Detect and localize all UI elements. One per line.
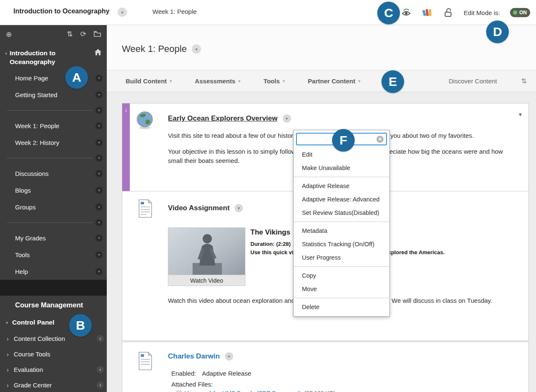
annotation-badge-c: C — [377, 2, 400, 24]
sidebar-course-name: Introduction to Oceanography — [10, 49, 80, 66]
refresh-menu-icon[interactable]: ⟳ — [80, 31, 86, 38]
menu-item-user-progress[interactable]: User Progress — [294, 251, 389, 264]
sidebar-item-grade-center[interactable]: › Grade Center › — [0, 377, 107, 392]
open-section-arrow-icon[interactable]: › — [97, 335, 104, 342]
sidebar-item-week1-people[interactable]: Week 1: People ▾ — [0, 117, 107, 134]
clear-search-icon[interactable]: ✕ — [376, 136, 384, 143]
menu-divider: ▾ — [0, 103, 107, 117]
divider-options-chevron-icon[interactable]: ▾ — [95, 155, 103, 162]
item-title-link[interactable]: Charles Darwin — [168, 352, 220, 361]
sidebar-item-discussions[interactable]: Discussions ▾ — [0, 165, 107, 182]
sidebar-item-my-grades[interactable]: My Grades ▾ — [0, 230, 107, 246]
sidebar-item-tools[interactable]: Tools ▾ — [0, 246, 107, 263]
content-item-charles-darwin: Charles Darwin ▾ Enabled:Adaptive Releas… — [122, 342, 528, 392]
chevron-down-icon: ▾ — [238, 79, 240, 83]
divider-options-chevron-icon[interactable]: ▾ — [95, 107, 103, 114]
menu-item-statistics-tracking[interactable]: Statistics Tracking (On/Off) — [294, 237, 389, 251]
cm-item-label: Course Tools — [14, 351, 50, 358]
menu-view-icon[interactable] — [94, 31, 101, 38]
sidebar-item-label: Discussions — [15, 170, 49, 177]
sidebar-item-home-page[interactable]: Home Page ▾ — [0, 70, 107, 86]
tools-button[interactable]: Tools ▾ — [263, 77, 285, 85]
sidebar-item-blogs[interactable]: Blogs ▾ — [0, 182, 107, 199]
enabled-value: Adaptive Release — [202, 370, 251, 377]
menu-item-copy[interactable]: Copy — [294, 269, 389, 282]
cm-item-label: Content Collection — [14, 335, 65, 342]
attachment-link[interactable]: Voyage of the HMS Beagle (PDF Document) — [185, 390, 301, 392]
divider-options-chevron-icon[interactable]: ▾ — [95, 219, 103, 226]
collapse-item-chevron-icon[interactable]: ▾ — [519, 111, 522, 118]
menu-item-set-review-status[interactable]: Set Review Status(Disabled) — [294, 206, 389, 219]
video-thumbnail[interactable]: Watch Video — [168, 227, 245, 286]
item-options-chevron-icon[interactable]: ▾ — [95, 251, 103, 258]
chevron-down-icon: ▾ — [170, 79, 172, 83]
item-options-chevron-icon[interactable]: ▾ — [95, 170, 103, 177]
item-options-chevron-icon[interactable]: ▾ — [95, 91, 103, 98]
add-menu-item-icon[interactable]: ⊕ — [6, 31, 12, 38]
sidebar-item-help[interactable]: Help ▾ — [0, 263, 107, 280]
sidebar-item-content-collection[interactable]: › Content Collection › — [0, 331, 107, 346]
item-options-chevron-icon[interactable]: ▾ — [95, 139, 103, 146]
drag-handle-icon[interactable]: ↕ — [122, 107, 130, 113]
annotation-badge-b: B — [69, 314, 92, 337]
sidebar-item-course-tools[interactable]: › Course Tools — [0, 346, 107, 362]
discover-content-link[interactable]: Discover Content — [449, 77, 497, 85]
page-title-menu-chevron-icon[interactable]: ▾ — [192, 44, 201, 54]
item-options-chevron-icon[interactable]: ▾ — [225, 352, 233, 361]
selected-item-stripe — [122, 103, 130, 191]
menu-item-move[interactable]: Move — [294, 282, 389, 296]
open-section-arrow-icon[interactable]: › — [97, 382, 104, 389]
item-options-chevron-icon[interactable]: ▾ — [95, 122, 103, 129]
annotation-badge-e: E — [381, 70, 404, 93]
menu-item-adaptive-release-advanced[interactable]: Adaptive Release: Advanced — [294, 193, 389, 206]
reorder-menu-icon[interactable]: ⇅ — [67, 31, 73, 38]
item-options-chevron-icon[interactable]: ▾ — [95, 204, 103, 211]
content-document-icon — [137, 351, 153, 372]
menu-divider — [294, 222, 389, 222]
unlock-icon[interactable] — [443, 7, 454, 18]
menu-item-delete[interactable]: Delete — [294, 300, 389, 314]
sidebar-item-label: Week 2: History — [15, 139, 59, 146]
menu-item-adaptive-release[interactable]: Adaptive Release — [294, 179, 389, 193]
build-content-button[interactable]: Build Content ▾ — [126, 77, 172, 85]
open-section-arrow-icon[interactable]: › — [97, 366, 104, 373]
item-options-chevron-icon[interactable]: ▾ — [95, 235, 103, 242]
course-menu-header[interactable]: ▾ Introduction to Oceanography — [0, 44, 107, 70]
theme-picker-icon[interactable] — [422, 7, 433, 18]
menu-tools-row: ⊕ ⇅ ⟳ — [0, 25, 107, 44]
menu-divider — [294, 177, 389, 177]
attachment-size: (27.168 KB) — [304, 390, 335, 392]
edit-mode-toggle[interactable]: ON — [510, 8, 530, 17]
page-header: Week 1: People ▾ — [107, 25, 536, 70]
top-bar: Introduction to Oceanography ▾ Week 1: P… — [0, 0, 536, 25]
menu-divider — [294, 266, 389, 267]
student-preview-eye-icon[interactable] — [401, 7, 412, 18]
sidebar-item-getting-started[interactable]: Getting Started ▾ — [0, 86, 107, 103]
control-panel-label: Control Panel — [12, 319, 54, 326]
menu-item-make-unavailable[interactable]: Make Unavailable — [294, 161, 389, 175]
sidebar-item-evaluation[interactable]: › Evaluation › — [0, 362, 107, 377]
item-options-chevron-icon[interactable]: ▾ — [95, 75, 103, 82]
assessments-button[interactable]: Assessments ▾ — [195, 77, 240, 85]
collapse-control-panel-icon[interactable]: ▾ — [6, 320, 8, 325]
home-icon[interactable] — [94, 49, 102, 57]
sidebar-item-week2-history[interactable]: Week 2: History ▾ — [0, 134, 107, 151]
partner-content-button[interactable]: Partner Content ▾ — [308, 77, 360, 85]
collapse-course-menu-icon[interactable]: ▾ — [5, 51, 7, 56]
course-title-menu-chevron-icon[interactable]: ▾ — [118, 8, 127, 17]
course-menu-sidebar: ⊕ ⇅ ⟳ ▾ Introduction to Oceanography — [0, 25, 107, 392]
item-context-menu: ✕ Edit Make Unavailable Adaptive Release… — [293, 130, 390, 317]
item-options-chevron-icon[interactable]: ▾ — [283, 114, 291, 123]
reorder-items-icon[interactable]: ⇅ — [521, 77, 527, 85]
sidebar-item-label: Home Page — [15, 75, 48, 82]
file-icon — [177, 391, 181, 392]
watch-video-button[interactable]: Watch Video — [168, 275, 245, 286]
item-title-link[interactable]: Early Ocean Explorers Overview — [168, 114, 278, 123]
item-options-chevron-icon[interactable]: ▾ — [95, 187, 103, 194]
item-options-chevron-icon[interactable]: ▾ — [234, 204, 243, 212]
menu-item-metadata[interactable]: Metadata — [294, 224, 389, 237]
item-options-chevron-icon[interactable]: ▾ — [95, 268, 103, 275]
expand-icon: › — [7, 351, 9, 358]
enabled-row: Enabled:Adaptive Release — [171, 370, 251, 377]
sidebar-item-groups[interactable]: Groups ▾ — [0, 199, 107, 215]
